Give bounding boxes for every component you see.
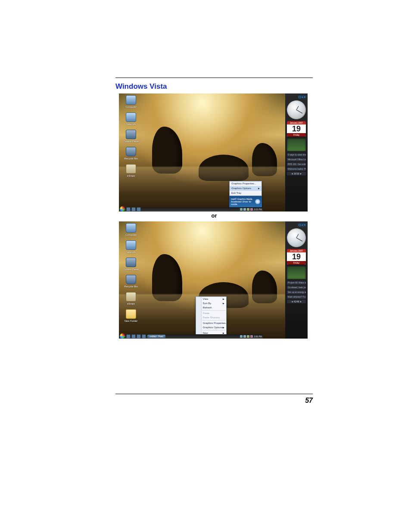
icon-label: Computer [125, 233, 137, 236]
icon-label: Network [126, 251, 136, 253]
start-button[interactable] [120, 333, 125, 339]
banner-line: Accelerator Driver for mobile [231, 200, 253, 205]
tray-icon[interactable] [247, 335, 249, 338]
desktop-icon-control-panel[interactable]: Control Panel [121, 130, 140, 143]
desktop-icon-network[interactable]: Network [121, 112, 140, 125]
section-heading: Windows Vista [115, 82, 313, 91]
slideshow-gadget[interactable] [287, 138, 306, 151]
top-rule [115, 78, 313, 78]
icon-label: Recycle Bin [124, 285, 138, 288]
feed-headline[interactable]: Go ahead, treat you... [287, 286, 306, 289]
icon-label: eSnips [127, 174, 135, 177]
tray-icon[interactable] [240, 335, 243, 338]
desktop-icon-app[interactable]: eSnips [121, 292, 140, 305]
tray-icon[interactable] [250, 208, 253, 211]
desktop-icon-computer[interactable]: Computer [121, 95, 140, 108]
menu-item-refresh[interactable]: Refresh [196, 305, 226, 310]
feed-headline[interactable]: RSS 101: Get online... [287, 162, 306, 166]
quick-launch-item[interactable] [126, 334, 131, 339]
desktop-icon-computer[interactable]: Computer [121, 223, 140, 236]
feed-headline[interactable]: Set up an energy-eff... [287, 290, 306, 294]
menu-item-graphics-properties[interactable]: Graphics Properties... [230, 181, 262, 186]
screenshot-vista-desktop-context-menu: Computer Network Control Panel Recycle B… [119, 221, 308, 339]
tray-icon[interactable] [243, 335, 246, 338]
screenshot-vista-tray-menu: Computer Network Control Panel Recycle B… [119, 93, 308, 212]
tray-icon[interactable] [240, 208, 243, 211]
feed-headline[interactable]: Project 60: Make a... [287, 281, 306, 285]
sidebar-controls[interactable]: ▢ + × [298, 95, 306, 99]
calendar-day: 19 [287, 252, 306, 261]
menu-item-graphics-properties[interactable]: Graphics Properties... [196, 321, 226, 325]
submenu-arrow-icon: ▶ [223, 302, 224, 305]
desktop-icon-network[interactable]: Network [121, 240, 140, 253]
icon-label: Control Panel [123, 268, 139, 271]
control-panel-icon [126, 130, 136, 139]
quick-launch-item[interactable] [131, 207, 136, 212]
system-tray: 3:06 PM [240, 335, 262, 338]
feed-headline[interactable]: Math whizzes? Try t... [287, 295, 306, 299]
menu-item-label: Paste [203, 312, 209, 314]
clock-gadget[interactable] [287, 228, 306, 247]
quick-launch-item[interactable] [142, 334, 146, 339]
menu-item-exit-tray[interactable]: Exit Tray [230, 191, 262, 196]
menu-item-label: Graphics Options [203, 326, 223, 329]
bottom-rule [115, 394, 313, 394]
calendar-gadget[interactable]: January 2007 19 Friday [287, 121, 306, 137]
start-button[interactable] [120, 206, 125, 212]
task-label: untitled - Paint [149, 335, 163, 338]
desktop-icon-folder[interactable]: New Folder [121, 309, 140, 322]
feed-headline[interactable]: Microsoft Office Live... [287, 158, 306, 162]
menu-separator [202, 330, 225, 330]
menu-item-graphics-options[interactable]: Graphics Options▶ [196, 325, 226, 330]
icon-label: Computer [125, 106, 137, 108]
menu-item-paste-shortcut: Paste Shortcut [196, 315, 226, 320]
icon-label: Recycle Bin [124, 157, 138, 160]
folder-icon [126, 309, 136, 319]
menu-item-label: Refresh [203, 306, 212, 309]
desktop-icon-control-panel[interactable]: Control Panel [121, 258, 140, 271]
desktop-icon-app[interactable]: eSnips [121, 164, 140, 177]
quick-launch-item[interactable] [131, 334, 136, 339]
taskbar: 3:03 PM [119, 207, 263, 212]
submenu-arrow-icon: ▶ [223, 326, 224, 329]
separator-label: or [115, 212, 313, 219]
quick-launch-item[interactable] [137, 334, 141, 339]
feed-headline[interactable]: Welcome backs: Pro... [287, 167, 306, 171]
feed-headline[interactable]: 6 ways to save time... [287, 153, 306, 157]
app-icon [126, 292, 136, 302]
quick-launch-item[interactable] [126, 207, 131, 212]
sidebar-controls[interactable]: ▢ + × [298, 223, 306, 227]
quick-launch-item[interactable] [137, 207, 141, 212]
menu-item-label: Graphics Properties... [203, 322, 228, 324]
windows-sidebar: ▢ + × January 2007 19 Friday Project 60:… [285, 221, 308, 339]
recycle-bin-icon [126, 275, 136, 284]
calendar-weekday: Friday [287, 261, 306, 264]
menu-item-label: Sort By [203, 302, 212, 305]
clock-minute-hand [296, 110, 302, 114]
slideshow-gadget[interactable] [287, 266, 306, 279]
calendar-gadget[interactable]: January 2007 19 Friday [287, 249, 306, 264]
taskbar: untitled - Paint 3:06 PM [119, 334, 263, 339]
menu-item-label: Graphics Options [231, 187, 251, 190]
system-tray: 3:03 PM [240, 208, 262, 211]
network-icon [126, 240, 136, 250]
tray-icon[interactable] [243, 208, 246, 211]
desktop-icon-recycle-bin[interactable]: Recycle Bin [121, 275, 140, 288]
clock-gadget[interactable] [287, 100, 306, 119]
menu-item-sort-by[interactable]: Sort By▶ [196, 301, 226, 305]
intel-driver-banner: Intel® Graphics Media Accelerator Driver… [229, 196, 262, 207]
taskbar-task-paint[interactable]: untitled - Paint [147, 335, 165, 338]
feed-pager[interactable]: ◄ 10/16 ► [287, 172, 306, 175]
desktop-icon-recycle-bin[interactable]: Recycle Bin [121, 147, 140, 160]
recycle-bin-icon [126, 147, 136, 156]
menu-item-graphics-options[interactable]: Graphics Options ▶ [230, 186, 262, 191]
feeds-gadget: Project 60: Make a... Go ahead, treat yo… [287, 281, 306, 303]
tray-context-menu: Graphics Properties... Graphics Options … [229, 181, 262, 196]
computer-icon [126, 223, 136, 233]
feed-pager[interactable]: ◄ 41/48 ► [287, 300, 306, 303]
tray-icon[interactable] [250, 335, 253, 338]
icon-label: eSnips [127, 302, 135, 305]
tray-icon[interactable] [247, 208, 249, 211]
clock-minute-hand [296, 238, 302, 242]
menu-item-view[interactable]: View▶ [196, 297, 226, 301]
